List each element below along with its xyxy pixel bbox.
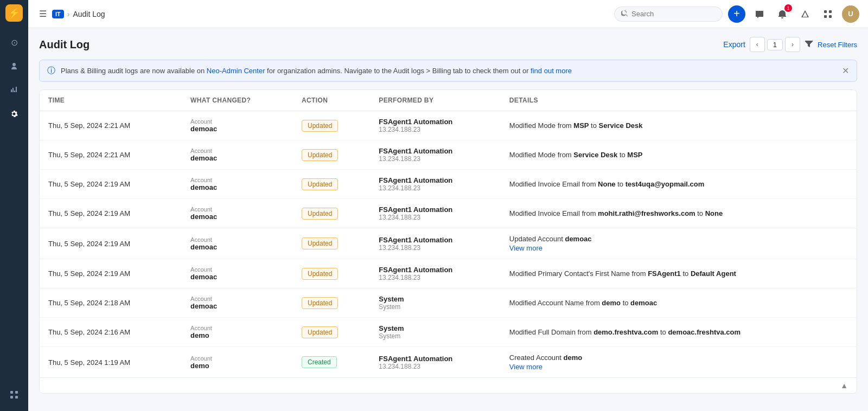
pagination: ‹ 1 › [750, 37, 800, 52]
table-row: Thu, 5 Sep, 2024 2:21 AMAccountdemoacUpd… [40, 140, 857, 170]
cell-action: Updated [293, 111, 370, 140]
cell-performed-by: SystemSystem [370, 318, 501, 347]
cell-performed-by: SystemSystem [370, 288, 501, 318]
main-container: ☰ IT › Audit Log + 1 [28, 0, 868, 411]
neo-admin-link[interactable]: Neo-Admin Center [207, 67, 265, 75]
sidebar-item-chart[interactable] [4, 80, 24, 100]
cell-what-changed: Accountdemoac [182, 140, 293, 170]
cell-time: Thu, 5 Sep, 2024 2:19 AM [40, 228, 182, 259]
svg-rect-4 [824, 10, 827, 13]
hamburger-button[interactable]: ☰ [37, 7, 49, 21]
action-badge: Updated [302, 149, 338, 161]
breadcrumb-separator: › [67, 10, 70, 18]
cell-details: Modified Mode from Service Desk to MSP [501, 140, 857, 170]
action-badge: Updated [302, 326, 338, 338]
info-icon: ⓘ [47, 66, 55, 76]
search-input[interactable] [631, 10, 716, 18]
table-row: Thu, 5 Sep, 2024 2:19 AMAccountdemoacUpd… [40, 170, 857, 199]
page-title: Audit Log [39, 38, 90, 51]
content-area: Audit Log Export ‹ 1 › Reset Filters ⓘ P… [28, 28, 868, 411]
col-time: Time [40, 90, 182, 111]
export-button[interactable]: Export [723, 40, 745, 49]
cell-action: Updated [293, 140, 370, 170]
info-banner: ⓘ Plans & Billing audit logs are now ava… [39, 60, 857, 82]
cell-what-changed: Accountdemoac [182, 228, 293, 259]
table-row: Thu, 5 Sep, 2024 2:19 AMAccountdemoacUpd… [40, 199, 857, 228]
alert-button[interactable] [796, 5, 814, 23]
breadcrumb-page: Audit Log [73, 10, 105, 18]
table-row: Thu, 5 Sep, 2024 2:19 AMAccountdemoacUpd… [40, 228, 857, 259]
page-header: Audit Log Export ‹ 1 › Reset Filters [39, 37, 857, 52]
app-logo: ⚡ [5, 4, 23, 22]
cell-performed-by: FSAgent1 Automation13.234.188.23 [370, 199, 501, 228]
action-badge: Updated [302, 120, 338, 132]
sidebar-item-people[interactable] [4, 56, 24, 76]
page-number: 1 [767, 39, 783, 50]
col-performed-by: Performed by [370, 90, 501, 111]
cell-performed-by: FSAgent1 Automation13.234.188.23 [370, 259, 501, 288]
svg-rect-0 [10, 391, 13, 394]
cell-time: Thu, 5 Sep, 2024 2:19 AM [40, 199, 182, 228]
prev-page-button[interactable]: ‹ [750, 37, 765, 52]
cell-time: Thu, 5 Sep, 2024 2:21 AM [40, 140, 182, 170]
audit-log-table: Time What changed? Action Performed by D… [40, 90, 857, 377]
cell-action: Updated [293, 288, 370, 318]
reset-filters-button[interactable]: Reset Filters [818, 41, 857, 49]
sidebar-item-home[interactable]: ⊙ [4, 33, 24, 52]
find-out-more-link[interactable]: find out more [531, 67, 572, 75]
cell-what-changed: Accountdemoac [182, 199, 293, 228]
cell-action: Created [293, 347, 370, 378]
banner-close-button[interactable]: ✕ [842, 66, 849, 76]
col-action: Action [293, 90, 370, 111]
svg-rect-2 [10, 396, 13, 399]
cell-what-changed: Accountdemo [182, 347, 293, 378]
sidebar-grid-icon[interactable] [4, 385, 24, 404]
topbar-right: + 1 U [614, 5, 859, 23]
cell-details: Modified Mode from MSP to Service Desk [501, 111, 857, 140]
cell-time: Thu, 5 Sep, 2024 1:19 AM [40, 347, 182, 378]
notification-button[interactable]: 1 [774, 5, 791, 23]
filter-button[interactable] [805, 39, 813, 50]
cell-action: Updated [293, 228, 370, 259]
cell-action: Updated [293, 199, 370, 228]
next-page-button[interactable]: › [785, 37, 800, 52]
add-button[interactable]: + [728, 5, 745, 23]
svg-rect-7 [829, 15, 832, 18]
expand-button[interactable]: ▲ [840, 381, 848, 390]
svg-rect-1 [15, 391, 18, 394]
chat-button[interactable] [751, 5, 768, 23]
view-more-link[interactable]: View more [509, 363, 848, 371]
search-box[interactable] [614, 7, 723, 22]
table-row: Thu, 5 Sep, 2024 2:21 AMAccountdemoacUpd… [40, 111, 857, 140]
cell-details: Created Account demoView more [501, 347, 857, 378]
col-what-changed: What changed? [182, 90, 293, 111]
cell-action: Updated [293, 318, 370, 347]
cell-time: Thu, 5 Sep, 2024 2:16 AM [40, 318, 182, 347]
action-badge: Updated [302, 268, 338, 280]
user-avatar[interactable]: U [842, 5, 859, 23]
cell-time: Thu, 5 Sep, 2024 2:19 AM [40, 170, 182, 199]
action-badge: Updated [302, 178, 338, 190]
apps-button[interactable] [819, 5, 837, 23]
cell-performed-by: FSAgent1 Automation13.234.188.23 [370, 111, 501, 140]
cell-performed-by: FSAgent1 Automation13.234.188.23 [370, 347, 501, 378]
banner-text: Plans & Billing audit logs are now avail… [61, 67, 572, 75]
table-header-row: Time What changed? Action Performed by D… [40, 90, 857, 111]
cell-details: Modified Primary Contact's First Name fr… [501, 259, 857, 288]
cell-performed-by: FSAgent1 Automation13.234.188.23 [370, 228, 501, 259]
sidebar-item-settings[interactable] [4, 104, 24, 124]
audit-log-table-container: Time What changed? Action Performed by D… [39, 89, 857, 394]
svg-rect-5 [829, 10, 832, 13]
table-row: Thu, 5 Sep, 2024 2:18 AMAccountdemoacUpd… [40, 288, 857, 318]
table-row: Thu, 5 Sep, 2024 2:16 AMAccountdemoUpdat… [40, 318, 857, 347]
topbar: ☰ IT › Audit Log + 1 [28, 0, 868, 28]
view-more-link[interactable]: View more [509, 244, 848, 252]
breadcrumb-it-badge: IT [52, 10, 64, 18]
table-row: Thu, 5 Sep, 2024 1:19 AMAccountdemoCreat… [40, 347, 857, 378]
cell-time: Thu, 5 Sep, 2024 2:18 AM [40, 288, 182, 318]
cell-details: Modified Invoice Email from mohit.rathi@… [501, 199, 857, 228]
svg-rect-3 [15, 396, 18, 399]
cell-details: Modified Account Name from demo to demoa… [501, 288, 857, 318]
expand-bar: ▲ [40, 377, 857, 393]
cell-details: Modified Invoice Email from None to test… [501, 170, 857, 199]
